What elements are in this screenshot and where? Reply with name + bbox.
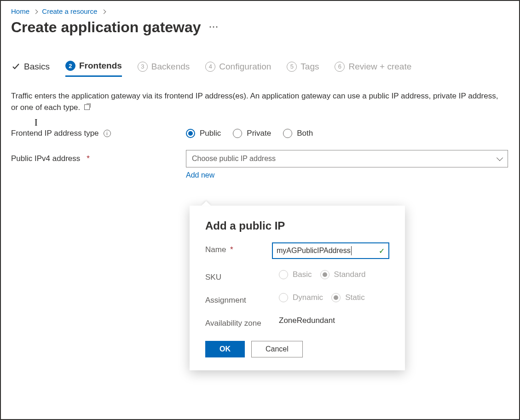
label-text: Public IPv4 address — [11, 154, 80, 163]
required-indicator: * — [87, 154, 90, 163]
description-text: Traffic enters the application gateway v… — [11, 91, 499, 113]
name-input[interactable]: myAGPublicIPAddress ✓ — [272, 242, 389, 259]
tab-basics[interactable]: Basics — [11, 62, 50, 76]
popup-add-public-ip: Add a public IP Name * myAGPublicIPAddre… — [190, 206, 405, 370]
checkmark-icon — [11, 62, 20, 71]
label-text: Name — [205, 245, 226, 254]
radio-label: Dynamic — [293, 293, 323, 302]
required-indicator: * — [230, 245, 233, 254]
validation-check-icon: ✓ — [379, 247, 385, 255]
add-new-link[interactable]: Add new — [186, 171, 214, 179]
radio-sku-standard: Standard — [320, 270, 366, 279]
row-availability-zone: Availability zone ZoneRedundant — [205, 316, 389, 328]
tab-number: 2 — [65, 61, 75, 71]
radio-icon — [283, 129, 292, 138]
info-icon[interactable]: i — [104, 130, 111, 137]
page-title-text: Create application gateway — [11, 19, 201, 36]
popup-title: Add a public IP — [205, 219, 389, 232]
tab-frontends[interactable]: 2 Frontends — [65, 61, 122, 77]
row-public-ipv4: Public IPv4 address * Choose public IP a… — [11, 150, 509, 167]
radio-icon — [186, 129, 195, 138]
radio-label: Both — [297, 129, 313, 138]
tab-number: 3 — [138, 62, 148, 72]
radio-label: Static — [345, 293, 365, 302]
chevron-down-icon — [497, 155, 503, 161]
input-value: myAGPublicIPAddress — [277, 247, 351, 255]
radio-icon — [279, 293, 288, 302]
text-cursor-icon: I — [35, 117, 38, 128]
radio-sku-basic: Basic — [279, 270, 312, 279]
radio-icon — [331, 293, 341, 302]
ok-button[interactable]: OK — [205, 341, 245, 357]
tab-label: Basics — [24, 62, 50, 72]
tab-review-create[interactable]: 6 Review + create — [335, 62, 411, 76]
label-public-ipv4: Public IPv4 address * — [11, 154, 186, 163]
popup-label-az: Availability zone — [205, 316, 279, 328]
breadcrumb: Home Create a resource — [11, 7, 509, 15]
radio-private[interactable]: Private — [233, 129, 271, 138]
radio-label: Basic — [293, 270, 312, 279]
tab-tags[interactable]: 5 Tags — [287, 62, 319, 76]
external-link-icon[interactable] — [84, 104, 90, 110]
chevron-right-icon — [34, 9, 38, 14]
radio-icon — [233, 129, 242, 138]
popup-label-name: Name * — [205, 242, 272, 254]
select-public-ip[interactable]: Choose public IP address — [186, 150, 508, 167]
breadcrumb-create-resource[interactable]: Create a resource — [42, 7, 97, 15]
tab-backends[interactable]: 3 Backends — [138, 62, 190, 76]
tab-label: Configuration — [219, 62, 271, 72]
text-caret-icon — [351, 246, 352, 255]
cancel-button[interactable]: Cancel — [251, 341, 303, 357]
row-assignment: Assignment Dynamic Static — [205, 293, 389, 305]
tab-label: Tags — [300, 62, 319, 72]
popup-buttons: OK Cancel — [205, 341, 389, 357]
tabs: Basics 2 Frontends 3 Backends 4 Configur… — [11, 61, 509, 77]
tab-number: 4 — [205, 62, 215, 72]
az-value: ZoneRedundant — [279, 316, 389, 325]
radio-assign-static: Static — [331, 293, 365, 302]
radio-icon — [279, 270, 288, 279]
chevron-right-icon — [101, 9, 106, 14]
popup-label-assignment: Assignment — [205, 293, 279, 305]
label-frontend-ip-type: Frontend IP address type i — [11, 129, 186, 138]
radio-label: Private — [247, 129, 271, 138]
tab-configuration[interactable]: 4 Configuration — [205, 62, 271, 76]
page-title: Create application gateway ··· — [11, 19, 509, 36]
radio-group-frontend-type: Public Private Both — [186, 129, 313, 138]
radio-both[interactable]: Both — [283, 129, 313, 138]
popup-label-sku: SKU — [205, 270, 279, 282]
radio-label: Public — [200, 129, 221, 138]
tab-number: 6 — [335, 62, 345, 72]
tab-label: Backends — [151, 62, 190, 72]
label-text: Frontend IP address type — [11, 129, 99, 138]
breadcrumb-home[interactable]: Home — [11, 7, 29, 15]
tab-label: Frontends — [79, 61, 122, 71]
radio-assign-dynamic: Dynamic — [279, 293, 323, 302]
more-icon[interactable]: ··· — [209, 23, 219, 32]
radio-public[interactable]: Public — [186, 129, 221, 138]
radio-label: Standard — [334, 270, 366, 279]
select-placeholder: Choose public IP address — [192, 155, 276, 163]
row-frontend-ip-type: Frontend IP address type i Public Privat… — [11, 129, 509, 138]
row-name: Name * myAGPublicIPAddress ✓ — [205, 242, 389, 259]
tab-label: Review + create — [348, 62, 411, 72]
radio-icon — [320, 270, 329, 279]
row-sku: SKU Basic Standard — [205, 270, 389, 282]
tab-number: 5 — [287, 62, 297, 72]
